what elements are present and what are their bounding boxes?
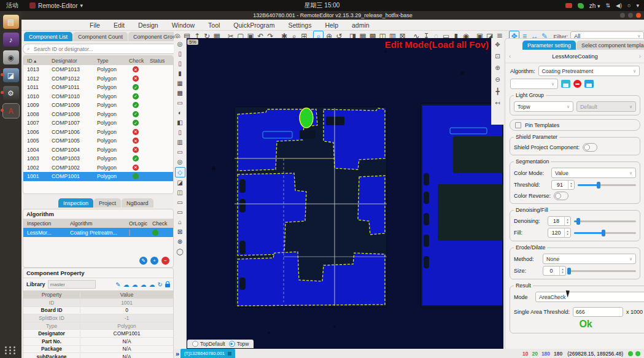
fill-spinner[interactable]: 120 ▴▾ (548, 228, 571, 238)
menu-window[interactable]: Window (165, 21, 201, 29)
property-row[interactable]: Board ID0 (23, 306, 173, 314)
color-mode-select[interactable]: Value∨ (551, 168, 636, 178)
minimize-button[interactable] (620, 13, 625, 18)
column-header-status[interactable]: Status (146, 58, 171, 64)
pad-small-icon[interactable]: ▯ (176, 49, 185, 58)
library-input[interactable] (48, 280, 96, 289)
denoising-spinner[interactable]: 18 ▴▾ (548, 216, 571, 226)
close-button[interactable] (636, 13, 641, 18)
table-row[interactable]: 1010COMP1010Polygon✓N/A (23, 92, 173, 101)
remove-algorithm-button[interactable]: − (161, 257, 169, 265)
denoising-slider[interactable] (574, 217, 636, 225)
column-header-id[interactable]: ID ▴ (23, 58, 48, 64)
size-slider[interactable] (569, 267, 636, 274)
pentagon-tool-icon[interactable]: ⌂ (176, 217, 185, 227)
table-row[interactable]: 1011COMP1011Polygon✓N/A (23, 83, 173, 92)
algorithm-select[interactable]: Coating Pretreatment∨ (538, 66, 640, 76)
menu-settings[interactable]: Settings (281, 21, 318, 29)
tab-parameter-setting[interactable]: Parameter setting (522, 41, 576, 50)
menu-admin[interactable]: admin (345, 21, 376, 29)
tab-component-count[interactable]: Component Count (73, 32, 128, 41)
cloud-upload-icon[interactable]: ☁ (123, 281, 130, 288)
layer-radio-topw[interactable]: Topw (229, 341, 249, 347)
rect-diagonal-icon[interactable]: ◪ (176, 178, 185, 187)
property-row[interactable]: TypePolygon (23, 322, 173, 330)
pcb-image[interactable] (174, 38, 503, 349)
power-icon[interactable]: ○ (627, 2, 630, 9)
edit-algorithm-button[interactable]: ✎ (139, 257, 147, 265)
tab-project[interactable]: Project (94, 198, 121, 208)
volume-icon[interactable]: ◀) (616, 2, 622, 9)
cloud-library-icon[interactable]: ☁ (132, 281, 138, 288)
column-header-check[interactable]: Check (125, 58, 146, 64)
connector-tool-icon[interactable]: ▥ (176, 138, 185, 147)
dock-item-photo-viewer[interactable]: ◪ (3, 68, 19, 82)
pan-back-icon[interactable]: ↤ (493, 98, 502, 107)
column-header-designator[interactable]: Designator (48, 58, 93, 64)
crosshair-tool-icon[interactable]: ◎ (176, 39, 185, 49)
zoom-in-icon[interactable]: ⊕ (493, 63, 502, 72)
save-as-preset-icon[interactable] (584, 80, 594, 88)
pcb-canvas[interactable]: ◎▯▯▮▦▩▭◐◧▯▥▭◎◇◪◫▭▭⌂⊠⊗◯ ✥⊡⊕⊖╋↤ 5% Edit Mo… (174, 38, 503, 349)
color-reverse-toggle[interactable] (554, 192, 568, 200)
edit-library-icon[interactable]: ✎ (115, 281, 120, 288)
menu-design[interactable]: Design (131, 21, 165, 29)
activities-button[interactable]: 活动 (0, 1, 25, 10)
maximize-button[interactable] (628, 13, 633, 18)
dock-item-remote-editor[interactable]: A (3, 104, 19, 118)
chip-2pin-icon[interactable]: ▦ (176, 79, 185, 88)
rect-split-icon[interactable]: ◫ (176, 188, 185, 197)
table-row[interactable]: 1001COMP1001PolygonN/A (23, 172, 173, 181)
dock-item-tools[interactable]: ⚙ (3, 86, 19, 100)
table-row[interactable]: 1009COMP1009Polygon✓N/A (23, 101, 173, 110)
table-row[interactable]: 1007COMP1007Polygon✓N/A (23, 119, 173, 128)
zoom-out-icon[interactable]: ⊖ (493, 75, 502, 84)
rect-outline-icon[interactable]: ▭ (176, 98, 185, 107)
ellipse-tool-icon[interactable]: ◯ (176, 247, 185, 256)
ring-circle-icon[interactable]: ◎ (176, 157, 185, 166)
menu-tool[interactable]: Tool (201, 21, 227, 29)
led-round-icon[interactable]: ◐ (176, 108, 185, 117)
mode-select[interactable]: AreaCheck∨ (535, 292, 644, 302)
delete-preset-icon[interactable] (573, 80, 581, 88)
grid-locate-icon[interactable]: ╋ (493, 87, 502, 96)
tab-component-list[interactable]: Component List (24, 32, 72, 41)
screen-record-icon[interactable] (565, 3, 572, 8)
property-row[interactable]: Part No.N/A (23, 337, 173, 345)
refresh-library-icon[interactable]: ↻ (158, 281, 163, 288)
light-group-select[interactable]: Topw∨ (514, 101, 573, 112)
column-header-type[interactable]: Type (93, 58, 125, 64)
property-row[interactable]: PackageN/A (23, 345, 173, 353)
tab-ngboard[interactable]: NgBoard (122, 198, 153, 208)
template-next-icon[interactable]: › (639, 53, 641, 60)
table-row[interactable]: 1004COMP1004Polygon✕N/A (23, 146, 173, 155)
tab-select-component-template[interactable]: Select component template (576, 41, 644, 50)
light-default-select[interactable]: Default∨ (576, 101, 636, 112)
network-icon[interactable]: ⇅ (606, 2, 611, 9)
save-preset-icon[interactable] (561, 80, 570, 88)
threshold-slider[interactable] (578, 181, 636, 189)
app-grid-button[interactable] (5, 346, 17, 354)
table-row[interactable]: 1003COMP1003Polygon✓N/A (23, 154, 173, 163)
table-row[interactable]: 1012COMP1012Polygon✕N/A (23, 74, 173, 84)
system-caret-icon[interactable]: ▾ (636, 2, 639, 9)
rect-dashed-icon[interactable]: ▯ (176, 128, 185, 137)
add-algorithm-button[interactable]: + (150, 257, 158, 265)
polygon-tool-icon[interactable]: ◇ (175, 167, 185, 177)
property-row[interactable]: ID1001 (23, 298, 173, 306)
algorithm-row[interactable]: LessMor...Coating Pretreatm... (23, 228, 173, 237)
orlogic-checkbox[interactable] (129, 230, 130, 236)
layer-radio-topdefault[interactable]: TopDefault (192, 341, 225, 347)
table-row[interactable]: 1013COMP1013Polygon✕N/A (23, 65, 173, 74)
property-row[interactable]: DesignatorCOMP1001 (23, 329, 173, 337)
method-select[interactable]: None∨ (543, 254, 636, 264)
expand-chevrons-icon[interactable]: » (174, 350, 180, 357)
ime-status-icon[interactable] (578, 3, 584, 9)
preset-select[interactable]: ∨ (510, 79, 558, 89)
property-row[interactable]: SplitBox ID-1 (23, 314, 173, 322)
rect-x-icon[interactable]: ⊠ (176, 227, 185, 236)
label-rect-icon[interactable]: ▭ (176, 147, 185, 157)
cloud-download-icon[interactable]: ☁ (141, 281, 147, 288)
menu-help[interactable]: Help (318, 21, 345, 29)
fit-view-icon[interactable]: ⊡ (493, 52, 502, 61)
